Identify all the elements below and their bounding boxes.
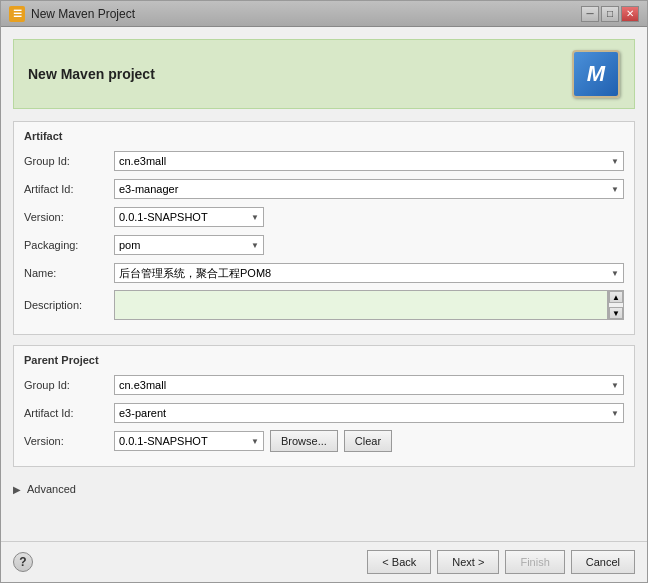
- version-row: Version: 0.0.1-SNAPSHOT ▼: [24, 206, 624, 228]
- parent-version-control: 0.0.1-SNAPSHOT ▼ Browse... Clear: [114, 430, 624, 452]
- scroll-down-button[interactable]: ▼: [609, 307, 623, 319]
- description-input[interactable]: [114, 290, 608, 320]
- help-button[interactable]: ?: [13, 552, 33, 572]
- cancel-button[interactable]: Cancel: [571, 550, 635, 574]
- back-button[interactable]: < Back: [367, 550, 431, 574]
- main-window: ☰ New Maven Project ─ □ ✕ New Maven proj…: [0, 0, 648, 583]
- version-dropdown-row: 0.0.1-SNAPSHOT ▼: [114, 207, 264, 227]
- version-label: Version:: [24, 211, 114, 223]
- title-bar-left: ☰ New Maven Project: [9, 6, 135, 22]
- parent-group-id-dropdown[interactable]: cn.e3mall ▼: [114, 375, 624, 395]
- description-control: ▲ ▼: [114, 290, 624, 320]
- name-arrow: ▼: [611, 269, 619, 278]
- group-id-arrow: ▼: [611, 157, 619, 166]
- window-icon: ☰: [9, 6, 25, 22]
- parent-group-id-arrow: ▼: [611, 381, 619, 390]
- group-id-label: Group Id:: [24, 155, 114, 167]
- name-label: Name:: [24, 267, 114, 279]
- parent-artifact-id-label: Artifact Id:: [24, 407, 114, 419]
- scroll-up-button[interactable]: ▲: [609, 291, 623, 303]
- close-button[interactable]: ✕: [621, 6, 639, 22]
- minimize-button[interactable]: ─: [581, 6, 599, 22]
- packaging-arrow: ▼: [251, 241, 259, 250]
- window-title: New Maven Project: [31, 7, 135, 21]
- artifact-id-control: e3-manager ▼: [114, 179, 624, 199]
- artifact-id-label: Artifact Id:: [24, 183, 114, 195]
- maximize-button[interactable]: □: [601, 6, 619, 22]
- dialog-content: New Maven project M Artifact Group Id: c…: [1, 27, 647, 541]
- packaging-label: Packaging:: [24, 239, 114, 251]
- parent-version-dropdown[interactable]: 0.0.1-SNAPSHOT ▼: [114, 431, 264, 451]
- packaging-row: Packaging: pom ▼: [24, 234, 624, 256]
- dialog-title: New Maven project: [28, 66, 155, 82]
- artifact-id-dropdown[interactable]: e3-manager ▼: [114, 179, 624, 199]
- title-bar-controls: ─ □ ✕: [581, 6, 639, 22]
- packaging-control: pom ▼: [114, 235, 624, 255]
- parent-group-id-row: Group Id: cn.e3mall ▼: [24, 374, 624, 396]
- parent-version-value: 0.0.1-SNAPSHOT: [119, 435, 208, 447]
- title-bar: ☰ New Maven Project ─ □ ✕: [1, 1, 647, 27]
- artifact-section: Artifact Group Id: cn.e3mall ▼ Artifact …: [13, 121, 635, 335]
- parent-section: Parent Project Group Id: cn.e3mall ▼ Art…: [13, 345, 635, 467]
- parent-artifact-id-control: e3-parent ▼: [114, 403, 624, 423]
- version-control: 0.0.1-SNAPSHOT ▼: [114, 207, 624, 227]
- group-id-value: cn.e3mall: [119, 155, 166, 167]
- parent-group-id-value: cn.e3mall: [119, 379, 166, 391]
- maven-icon: M: [572, 50, 620, 98]
- group-id-row: Group Id: cn.e3mall ▼: [24, 150, 624, 172]
- artifact-id-arrow: ▼: [611, 185, 619, 194]
- parent-artifact-id-row: Artifact Id: e3-parent ▼: [24, 402, 624, 424]
- parent-section-title: Parent Project: [24, 354, 624, 366]
- artifact-id-row: Artifact Id: e3-manager ▼: [24, 178, 624, 200]
- dialog-header: New Maven project M: [13, 39, 635, 109]
- parent-version-arrow: ▼: [251, 437, 259, 446]
- artifact-section-title: Artifact: [24, 130, 624, 142]
- parent-version-label: Version:: [24, 435, 114, 447]
- version-value: 0.0.1-SNAPSHOT: [119, 211, 208, 223]
- advanced-section[interactable]: ▶ Advanced: [13, 477, 635, 501]
- name-value: 后台管理系统，聚合工程POM8: [119, 266, 271, 281]
- advanced-triangle-icon: ▶: [13, 484, 21, 495]
- parent-artifact-id-dropdown[interactable]: e3-parent ▼: [114, 403, 624, 423]
- parent-version-controls: 0.0.1-SNAPSHOT ▼ Browse... Clear: [114, 430, 624, 452]
- parent-artifact-id-arrow: ▼: [611, 409, 619, 418]
- packaging-value: pom: [119, 239, 140, 251]
- description-scrollbar: ▲ ▼: [608, 290, 624, 320]
- parent-group-id-control: cn.e3mall ▼: [114, 375, 624, 395]
- group-id-dropdown[interactable]: cn.e3mall ▼: [114, 151, 624, 171]
- name-control: 后台管理系统，聚合工程POM8 ▼: [114, 263, 624, 283]
- artifact-id-value: e3-manager: [119, 183, 178, 195]
- description-label: Description:: [24, 299, 114, 311]
- advanced-label: Advanced: [27, 483, 76, 495]
- next-button[interactable]: Next >: [437, 550, 499, 574]
- bottom-left: ?: [13, 552, 33, 572]
- parent-artifact-id-value: e3-parent: [119, 407, 166, 419]
- browse-button[interactable]: Browse...: [270, 430, 338, 452]
- version-dropdown[interactable]: 0.0.1-SNAPSHOT ▼: [114, 207, 264, 227]
- group-id-control: cn.e3mall ▼: [114, 151, 624, 171]
- description-row: Description: ▲ ▼: [24, 290, 624, 320]
- finish-button[interactable]: Finish: [505, 550, 564, 574]
- version-arrow: ▼: [251, 213, 259, 222]
- name-dropdown[interactable]: 后台管理系统，聚合工程POM8 ▼: [114, 263, 624, 283]
- clear-button[interactable]: Clear: [344, 430, 392, 452]
- packaging-dropdown[interactable]: pom ▼: [114, 235, 264, 255]
- name-row: Name: 后台管理系统，聚合工程POM8 ▼: [24, 262, 624, 284]
- bottom-right: < Back Next > Finish Cancel: [367, 550, 635, 574]
- parent-version-row: Version: 0.0.1-SNAPSHOT ▼ Browse... Clea…: [24, 430, 624, 452]
- parent-group-id-label: Group Id:: [24, 379, 114, 391]
- bottom-bar: ? < Back Next > Finish Cancel: [1, 541, 647, 582]
